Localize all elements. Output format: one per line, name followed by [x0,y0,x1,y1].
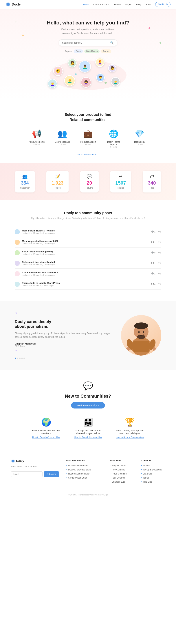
community-name-support: Product Support [78,141,98,143]
hero-section: + Hello, what can we help you find? Find… [0,9,176,101]
post-item-2[interactable]: Server Maintenance (19/04) Last active: … [15,248,161,258]
post-meta-0: Last active: 11 months, 2 weeks ago [22,232,55,234]
stat-icon-customer: 👥 [20,174,30,179]
community-card-theme[interactable]: 🌐 Docly Theme Support 8 Posts [104,129,124,148]
community-card-support[interactable]: 💼 Product Support 8 Posts [78,129,98,148]
post-item-0[interactable]: Main Forum Rules & Policies Last active:… [15,227,161,237]
feature-card-1: 👨‍👩‍👧 Manage the people and discussions … [72,417,104,439]
brand-name: Docly [12,2,21,6]
testimonial-author: Chaptan Mondover [15,342,110,345]
search-bar: 🔍 [59,39,117,46]
post-left-3: Scheduled downtime this fall Last active… [15,261,55,266]
footer-brand-name: Docly [11,459,59,463]
footer-footnotes-item-3[interactable]: Four Columns [110,476,134,479]
more-communities-link[interactable]: More Communities → [7,153,169,156]
join-community-button[interactable]: Join the community → [71,402,105,408]
footer-col-contents-heading: Contents [141,459,165,462]
footer-docs-item-1[interactable]: Docly Knowledge Base [66,468,102,471]
nav-documentation[interactable]: Documentation [93,3,109,6]
footer-col-docs-heading: Documentations [66,459,102,462]
nav-forum[interactable]: Forum [114,3,121,6]
testimonial-dots [15,358,110,359]
nav-home[interactable]: Home [83,3,89,6]
stat-customer: 👥 354 Customer [15,170,35,192]
navbar: Docly Home Documentation Forum Pages Blo… [0,0,176,9]
post-meta-5: Last active: 9 months, 3 weeks ago [22,284,60,286]
avatar-10: 👨‍🦳 [111,77,120,86]
feature-link-1[interactable]: How to Search Communities [72,436,104,439]
post-meta-2: Last active: 10 months, 3 weeks ago [22,253,55,255]
community-card-tech[interactable]: 💎 Technology 3 Posts [129,129,149,148]
avatars-area: 😊 👩 👨‍🦱 👩‍🦰 👨 👩‍🦳 👨‍🦲 👩‍🦱 👨‍💼 👨‍🦳 [42,55,134,92]
communities-grid: 📢 Announcements 3 Posts 👥 User Feedback … [7,129,169,148]
community-icon-feedback: 👥 [57,129,67,139]
logo[interactable]: Docly [5,2,21,7]
stat-icon-tags: 🏷 [148,174,156,179]
search-input[interactable] [62,41,110,44]
stat-tags: 🏷 340 Tags [143,170,161,192]
community-icon-support: 💼 [83,129,93,139]
testimonial-content: " Docly cares deeply about journalism. C… [15,312,110,359]
nav-pages[interactable]: Pages [125,3,132,6]
footer-contents-item-0[interactable]: Videos [141,464,165,467]
chat-bubble-icon: 💬 [7,381,169,391]
footer-docs-item-3[interactable]: Sample User Guide [66,476,102,479]
footer-docs-item-2[interactable]: Rogue Documentation [66,472,102,475]
tag-docs[interactable]: Docs [74,50,83,53]
post-avatar-3 [15,261,20,266]
new-communities-heading: New to Communities? [7,394,169,399]
post-replies-3: 💬 1 [151,262,156,264]
community-posts-support: 8 Posts [78,143,98,146]
post-avatar-5 [15,282,20,287]
footer-brand-col: Docly Subscribe to our newsletter Subscr… [11,459,59,484]
footer-footnotes-item-2[interactable]: Three Columns [110,472,134,475]
testimonial-image [121,315,161,356]
footer-footnotes-item-4[interactable]: Changes 1.1p [110,480,134,483]
post-item-1[interactable]: Most requested features of 2020 Last act… [15,237,161,248]
popular-label: Popular [65,50,72,52]
footer-col-footnotes-heading: Footnotes [110,459,134,462]
footer-contents-item-1[interactable]: Tooltip & Directions [141,468,165,471]
post-avatar-1 [15,240,20,245]
stats-grid: 👥 354 Customer 📝 1,023 Topics 💬 20 Forum… [11,170,165,192]
community-posts-tech: 3 Posts [129,143,149,146]
community-card-feedback[interactable]: 👥 User Feedback 3 Posts [52,129,72,148]
footer-col-docs: Documentations Docly Documentation Docly… [66,459,102,484]
tag-wordpress[interactable]: WordPress [84,50,99,53]
stat-number-customer: 354 [20,180,30,186]
testimonial-author-role: CEO, Docly [15,345,110,347]
post-item-4[interactable]: Can I add videos into sidebars? Last act… [15,268,161,279]
post-item-5[interactable]: Theme fails to load to WordPress Last ac… [15,279,161,290]
post-replies-5: 💬 4 [151,283,156,285]
footer-contents-item-3[interactable]: Tables [141,476,165,479]
stat-replies: ↩ 1507 Replies [110,170,131,192]
nav-blog[interactable]: Blog [136,3,141,6]
community-name-feedback: User Feedback [52,141,72,143]
search-icon[interactable]: 🔍 [110,41,114,44]
svg-point-7 [137,334,145,339]
hero-subtext: Find answers, ask questions, and connect… [57,28,119,35]
footer-contents-item-2[interactable]: List Style [141,472,165,475]
avatar-9: 👨‍💼 [96,73,105,82]
get-docly-button[interactable]: Get Docly [155,2,171,7]
newsletter-email-input[interactable] [11,471,43,477]
tag-porter[interactable]: Porter [101,50,111,53]
footer-docs-item-0[interactable]: Docly Documentation [66,464,102,467]
communities-section: Select your product to find Related comm… [0,101,176,163]
footer-contents-item-4[interactable]: Title Size [141,480,165,483]
post-item-3[interactable]: Scheduled downtime this fall Last active… [15,258,161,268]
person-svg [123,315,160,356]
post-likes-3: ❤ 0 [158,262,161,264]
footer-footnotes-item-1[interactable]: Two Columns [110,468,134,471]
post-left-4: Can I add videos into sidebars? Last act… [15,271,58,276]
feature-link-2[interactable]: How to Source Communities [113,436,146,439]
post-likes-1: ❤ 0 [158,241,161,244]
nav-shop[interactable]: Shop [145,3,151,6]
stat-icon-topics: 📝 [52,174,63,179]
footer-footnotes-item-0[interactable]: Single Column [110,464,134,467]
community-name-theme: Docly Theme Support [104,141,124,146]
community-card-announcements[interactable]: 📢 Announcements 3 Posts [27,129,47,148]
subscribe-button[interactable]: Subscribe [44,471,59,477]
feature-link-0[interactable]: How to Search Communities [30,436,63,439]
avatar-8: 👩‍🦱 [81,77,91,88]
